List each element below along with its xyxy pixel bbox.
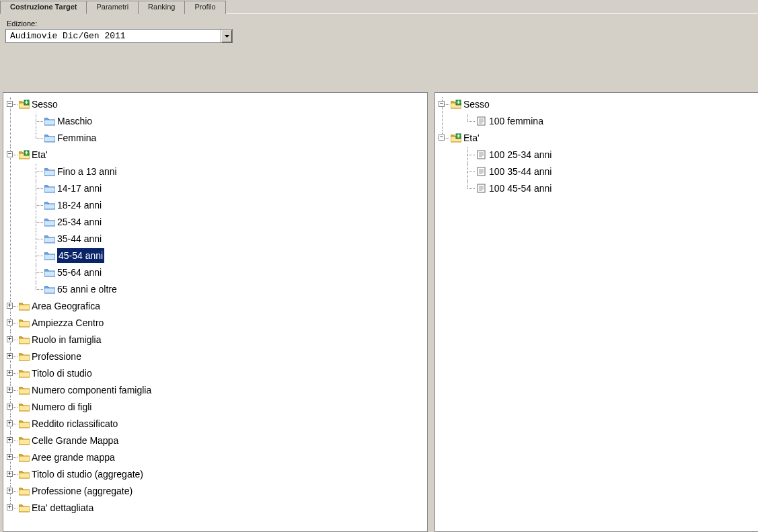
- chevron-down-icon: [225, 35, 229, 38]
- folder-yellow-icon: [19, 318, 30, 328]
- tree-toggle[interactable]: [7, 319, 13, 326]
- source-tree-item[interactable]: Reddito riclassificato: [19, 416, 118, 431]
- tree-item-label: Ruolo in famiglia: [32, 332, 102, 347]
- target-tree-panel[interactable]: Sesso100 femminaEta'100 25-34 anni100 35…: [434, 92, 758, 532]
- target-tree-item[interactable]: Eta': [451, 130, 480, 145]
- tree-toggle[interactable]: [7, 151, 13, 157]
- source-tree-item[interactable]: Aree grande mappa: [19, 450, 115, 465]
- folder-target-icon: [451, 133, 461, 143]
- folder-yellow-icon: [19, 419, 30, 428]
- tree-item-label: 100 35-44 anni: [489, 164, 552, 179]
- source-tree-item[interactable]: Ruolo in famiglia: [19, 332, 102, 347]
- edition-dropdown[interactable]: Audimovie Dic/Gen 2011: [5, 29, 233, 43]
- target-tree-item[interactable]: 100 35-44 anni: [476, 164, 552, 179]
- tree-toggle[interactable]: [7, 420, 13, 426]
- source-tree-item[interactable]: 14-17 anni: [44, 181, 102, 196]
- tree-item-label: 100 25-34 anni: [489, 147, 552, 162]
- folder-blue-icon: [44, 251, 55, 260]
- target-tree-item[interactable]: 100 25-34 anni: [476, 147, 552, 162]
- source-tree-item[interactable]: 55-64 anni: [44, 265, 102, 280]
- tree-item-label: Maschio: [57, 114, 92, 128]
- source-tree-panel[interactable]: SessoMaschioFemminaEta'Fino a 13 anni14-…: [3, 92, 428, 532]
- source-tree-item[interactable]: Eta' dettagliata: [19, 500, 93, 515]
- tree-toggle[interactable]: [7, 404, 13, 410]
- folder-yellow-icon: [19, 301, 30, 311]
- edition-value: Audimovie Dic/Gen 2011: [6, 30, 221, 42]
- folder-yellow-icon: [19, 369, 30, 378]
- source-tree-item[interactable]: Maschio: [44, 114, 92, 128]
- tree-item-label: 18-24 anni: [57, 198, 102, 213]
- tree-toggle[interactable]: [7, 101, 13, 107]
- source-tree-item[interactable]: 65 anni e oltre: [44, 282, 117, 297]
- target-tree-item[interactable]: Sesso: [451, 97, 490, 112]
- source-tree-item[interactable]: 35-44 anni: [44, 231, 102, 246]
- tab-ranking[interactable]: Ranking: [139, 1, 185, 14]
- source-tree-item[interactable]: Eta': [19, 147, 48, 162]
- tree-item-label: Professione: [32, 349, 81, 364]
- toolbar-area: Edizione: Audimovie Dic/Gen 2011: [0, 14, 758, 92]
- source-tree-item[interactable]: Ampiezza Centro: [19, 315, 104, 330]
- tree-toggle[interactable]: [7, 370, 13, 376]
- tree-item-label: 14-17 anni: [57, 181, 102, 196]
- source-tree-item[interactable]: Titolo di studio: [19, 366, 92, 381]
- tree-item-label: 100 femmina: [489, 114, 543, 128]
- source-tree-item[interactable]: 45-54 anni: [44, 248, 104, 263]
- target-tree-item[interactable]: 100 45-54 anni: [476, 181, 552, 196]
- tree-item-label: 55-64 anni: [57, 265, 102, 280]
- tree-toggle[interactable]: [439, 135, 445, 141]
- source-tree-item[interactable]: Sesso: [19, 97, 58, 112]
- target-tree-item[interactable]: 100 femmina: [476, 114, 543, 128]
- source-tree-item[interactable]: 18-24 anni: [44, 198, 102, 213]
- source-tree-item[interactable]: Femmina: [44, 130, 96, 145]
- tree-item-label: Eta' dettagliata: [32, 500, 93, 515]
- source-tree-item[interactable]: Titolo di studio (aggregate): [19, 467, 143, 482]
- source-tree-item[interactable]: Numero di figli: [19, 400, 91, 414]
- folder-blue-icon: [44, 234, 55, 243]
- source-tree-item[interactable]: Celle Grande Mappa: [19, 433, 118, 448]
- tab-parametri[interactable]: Parametri: [87, 1, 139, 14]
- folder-yellow-icon: [19, 385, 30, 395]
- tree-item-label: Reddito riclassificato: [32, 416, 118, 431]
- folder-yellow-icon: [19, 453, 30, 462]
- folder-blue-icon: [44, 133, 55, 143]
- source-tree-item[interactable]: Professione (aggregate): [19, 484, 132, 498]
- source-tree-item[interactable]: Fino a 13 anni: [44, 164, 117, 179]
- tree-item-label: Titolo di studio: [32, 366, 92, 381]
- tree-item-label: Celle Grande Mappa: [32, 433, 118, 448]
- tree-toggle[interactable]: [439, 101, 445, 107]
- tree-toggle[interactable]: [7, 303, 13, 309]
- tree-item-label: 35-44 anni: [57, 231, 102, 246]
- tree-item-label: 25-34 anni: [57, 215, 102, 229]
- page-icon: [476, 116, 487, 126]
- source-tree-item[interactable]: Area Geografica: [19, 299, 100, 313]
- source-tree-item[interactable]: Professione: [19, 349, 81, 364]
- folder-yellow-icon: [19, 352, 30, 361]
- page-icon: [476, 184, 487, 193]
- tab-profilo[interactable]: Profilo: [185, 1, 225, 14]
- folder-blue-icon: [44, 200, 55, 210]
- tree-item-label: Professione (aggregate): [32, 484, 132, 498]
- tree-toggle[interactable]: [7, 471, 13, 477]
- tree-item-label: Numero componenti famiglia: [32, 383, 151, 397]
- folder-yellow-icon: [19, 335, 30, 344]
- tree-toggle[interactable]: [7, 488, 13, 494]
- tree-toggle[interactable]: [7, 353, 13, 359]
- tab-costruzione-target[interactable]: Costruzione Target: [0, 1, 87, 14]
- tree-item-label: Aree grande mappa: [32, 450, 115, 465]
- tree-toggle[interactable]: [7, 437, 13, 443]
- folder-blue-icon: [44, 167, 55, 176]
- folder-target-icon: [19, 100, 30, 109]
- dropdown-arrow-button[interactable]: [221, 30, 232, 42]
- tree-toggle[interactable]: [7, 387, 13, 393]
- tree-item-label: Fino a 13 anni: [57, 164, 117, 179]
- tree-toggle[interactable]: [7, 504, 13, 510]
- source-tree-item[interactable]: 25-34 anni: [44, 215, 102, 229]
- tab-bar: Costruzione TargetParametriRankingProfil…: [0, 0, 758, 14]
- tree-toggle[interactable]: [7, 336, 13, 342]
- folder-target-icon: [451, 100, 461, 109]
- tree-item-label: 45-54 anni: [57, 248, 104, 263]
- source-tree-item[interactable]: Numero componenti famiglia: [19, 383, 151, 397]
- tree-toggle[interactable]: [7, 454, 13, 460]
- folder-yellow-icon: [19, 486, 30, 496]
- tree-item-label: Titolo di studio (aggregate): [32, 467, 143, 482]
